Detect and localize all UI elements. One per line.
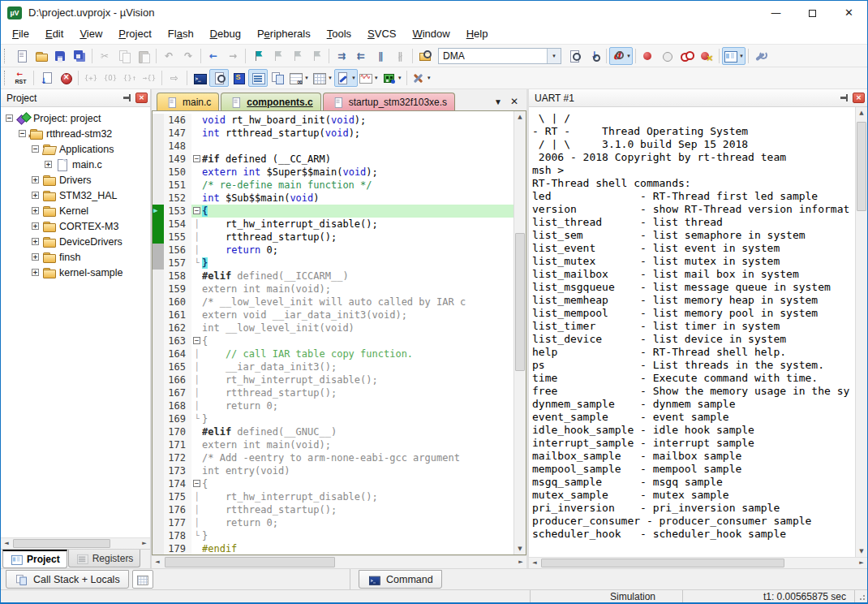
navigate-back-button[interactable]: ← (204, 47, 223, 65)
indent-button[interactable]: ⇉ (332, 47, 351, 65)
uncomment-button[interactable]: ∦ (390, 47, 410, 65)
tab-registers[interactable]: Registers (68, 550, 141, 567)
step-button[interactable]: {+} (81, 69, 101, 87)
redo-button[interactable]: ↷ (178, 47, 198, 65)
insert-breakpoint-button[interactable] (638, 47, 658, 65)
tree-item-applications[interactable]: −Applications (1, 141, 150, 157)
tab-call-stack-locals[interactable]: Call Stack + Locals (6, 570, 129, 589)
step-over-button[interactable]: {O} (101, 69, 120, 87)
find-button[interactable] (565, 47, 584, 65)
resize-grip[interactable] (854, 590, 867, 602)
memory-windows-button[interactable]: ▼ (311, 69, 334, 87)
scroll-right-icon[interactable]: ► (515, 556, 526, 567)
save-all-button[interactable] (70, 47, 89, 65)
run-button[interactable] (37, 69, 56, 87)
tree-item-project-project[interactable]: −Project: project (1, 110, 150, 126)
document-list-icon[interactable]: ▼ (494, 97, 502, 106)
find-in-files-button[interactable] (415, 47, 435, 65)
expand-icon[interactable]: + (32, 222, 39, 230)
call-stack-window-button[interactable] (268, 69, 287, 87)
tree-item-stm32-hal[interactable]: +STM32_HAL (1, 188, 150, 203)
configure-button[interactable] (751, 47, 771, 65)
expand-icon[interactable]: + (32, 269, 39, 276)
scroll-left-icon[interactable]: ◄ (529, 558, 540, 568)
pin-icon[interactable] (839, 93, 850, 103)
tree-item-finsh[interactable]: +finsh (1, 249, 150, 265)
comment-button[interactable]: ∥ (371, 47, 390, 65)
tree-item-kernel-sample[interactable]: +kernel-sample (1, 265, 150, 280)
copy-button[interactable] (114, 47, 134, 65)
stop-button[interactable] (56, 69, 75, 87)
expand-icon[interactable]: + (32, 238, 39, 245)
memory-window-button[interactable] (132, 570, 153, 589)
scroll-down-icon[interactable]: ▼ (514, 543, 526, 554)
outdent-button[interactable]: ⇇ (351, 47, 371, 65)
search-combo[interactable]: DMA▼ (438, 48, 561, 64)
tree-item-drivers[interactable]: +Drivers (1, 172, 150, 188)
command-window-button[interactable] (190, 69, 209, 87)
expand-icon[interactable]: + (32, 207, 39, 214)
code-area[interactable]: 146void rt_hw_board_init(void);147int rt… (153, 111, 513, 554)
registers-window-button[interactable] (248, 69, 268, 87)
cut-button[interactable]: ✂ (95, 47, 114, 65)
fold-collapse-icon[interactable]: − (191, 334, 202, 347)
collapse-icon[interactable]: − (32, 145, 39, 153)
chevron-down-icon[interactable]: ▼ (547, 49, 561, 63)
menu-debug[interactable]: Debug (202, 24, 249, 44)
scroll-left-icon[interactable]: ◄ (152, 556, 163, 567)
open-file-button[interactable] (31, 47, 50, 65)
collapse-icon[interactable]: − (6, 114, 13, 122)
tree-item-main-c[interactable]: +main.c (1, 157, 150, 172)
expand-icon[interactable]: + (32, 192, 39, 199)
step-out-button[interactable]: {}↑ (120, 69, 140, 87)
maximize-button[interactable] (794, 2, 831, 24)
symbols-window-button[interactable] (229, 69, 248, 87)
editor-vscrollbar[interactable]: ▲ ▼ (513, 111, 526, 554)
undo-button[interactable]: ↶ (159, 47, 178, 65)
uart-vscrollbar[interactable]: ▲ ▼ (855, 107, 867, 557)
navigate-forward-button[interactable]: → (223, 47, 243, 65)
project-tree-hscrollbar[interactable]: ◄ ► (1, 537, 150, 549)
clear-bookmarks-button[interactable] (307, 47, 326, 65)
tree-item-kernel[interactable]: +Kernel (1, 203, 150, 218)
menu-edit[interactable]: Edit (37, 24, 71, 44)
tree-item-cortex-m3[interactable]: +CORTEX-M3 (1, 218, 150, 234)
save-button[interactable] (50, 47, 70, 65)
kill-all-breakpoints-button[interactable] (697, 47, 716, 65)
debug-session-button[interactable]: ▼ (609, 47, 633, 65)
run-to-cursor-button[interactable]: →{} (140, 69, 159, 87)
editor-tab-main-c[interactable]: main.c (157, 93, 219, 110)
menu-file[interactable]: File (4, 24, 37, 44)
close-document-icon[interactable]: ✕ (510, 96, 518, 107)
editor-hscrollbar[interactable]: ◄ ► (152, 555, 526, 568)
insert-bookmark-button[interactable] (248, 47, 268, 65)
fold-collapse-icon[interactable]: − (191, 153, 202, 166)
new-file-button[interactable] (11, 47, 31, 65)
tree-item-rtthread-stm32[interactable]: −*rtthread-stm32 (1, 126, 150, 141)
incremental-find-button[interactable] (584, 47, 604, 65)
pin-icon[interactable] (122, 93, 133, 103)
scroll-right-icon[interactable]: ► (139, 538, 150, 549)
system-viewer-button[interactable]: ▼ (380, 69, 404, 87)
uart-panel-close-icon[interactable] (853, 93, 865, 103)
scroll-up-icon[interactable]: ▲ (856, 107, 867, 119)
watch-windows-button[interactable]: ▼ (287, 69, 311, 87)
disassembly-window-button[interactable] (209, 69, 229, 87)
editor-tab-components-c[interactable]: components.c (221, 93, 320, 110)
fold-collapse-icon[interactable]: − (191, 477, 202, 490)
fold-collapse-icon[interactable]: − (191, 205, 202, 218)
expand-icon[interactable]: + (32, 176, 39, 183)
reset-button[interactable] (11, 69, 31, 87)
uart-terminal[interactable]: \ | /- RT - Thread Operating System / | … (529, 107, 855, 557)
menu-tools[interactable]: Tools (319, 24, 359, 44)
tab-command[interactable]: Command (359, 570, 442, 589)
disable-all-breakpoints-button[interactable] (677, 47, 697, 65)
next-bookmark-button[interactable] (287, 47, 307, 65)
scroll-down-icon[interactable]: ▼ (856, 546, 867, 557)
minimize-button[interactable]: — (758, 2, 794, 24)
menu-window[interactable]: Window (404, 24, 458, 44)
previous-bookmark-button[interactable] (268, 47, 287, 65)
expand-icon[interactable]: + (45, 161, 52, 168)
enable-breakpoint-button[interactable] (658, 47, 677, 65)
expand-icon[interactable]: + (32, 253, 39, 261)
